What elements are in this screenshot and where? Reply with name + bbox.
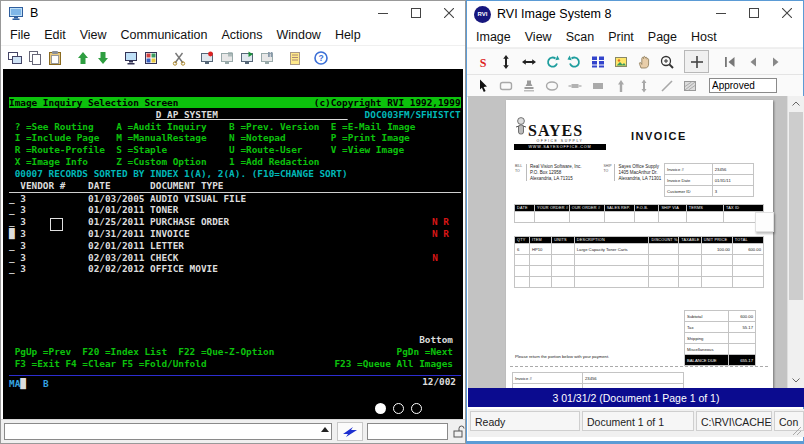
redact-small-icon[interactable] xyxy=(563,76,586,95)
bill-to-address: Real Vision Software, Inc.P.O. Box 12958… xyxy=(530,164,581,181)
menu-item-file[interactable]: File xyxy=(3,26,37,44)
ellipse-icon[interactable] xyxy=(540,76,563,95)
col-header: UNITS xyxy=(552,237,574,244)
table-cell xyxy=(574,255,649,266)
viewer-close-button[interactable] xyxy=(770,1,803,25)
scroll-down-icon[interactable] xyxy=(788,373,804,388)
menu-item-view[interactable]: View xyxy=(73,26,114,44)
terminal-line: _ 3 01/03/2005 AUDIO VISUAL FILE xyxy=(9,193,461,205)
thumbnails-icon[interactable] xyxy=(586,51,609,72)
document-viewport[interactable]: SAYES OFFICE SUPPLY WWW.SAYESOFFICE.COM … xyxy=(468,96,804,388)
invoice-page: SAYES OFFICE SUPPLY WWW.SAYESOFFICE.COM … xyxy=(506,100,773,388)
sticky-note-annotation[interactable] xyxy=(755,212,774,232)
arrow-vertical-icon[interactable] xyxy=(632,76,655,95)
notepad-icon[interactable] xyxy=(285,49,305,67)
scroll-up-icon[interactable] xyxy=(788,96,804,111)
image-tools-icon[interactable] xyxy=(609,51,632,72)
kv-cell: 655.17 xyxy=(729,355,756,366)
pattern-icon[interactable] xyxy=(678,76,701,95)
next-page-icon[interactable] xyxy=(764,51,787,72)
rotate-right-icon[interactable] xyxy=(563,51,586,72)
prev-page-icon[interactable] xyxy=(741,51,764,72)
annotation-icons xyxy=(471,76,701,95)
row-checkbox[interactable] xyxy=(50,218,63,231)
macro-dropdown-icon[interactable] xyxy=(321,427,329,432)
menu-item-host[interactable]: Host xyxy=(684,28,724,46)
terminal-titlebar[interactable]: B xyxy=(1,1,465,25)
menu-item-scan[interactable]: Scan xyxy=(559,28,602,46)
annotation-text-input[interactable] xyxy=(709,78,777,93)
fit-height-icon[interactable] xyxy=(494,51,517,72)
scrollbar-thumb[interactable] xyxy=(789,112,803,300)
menu-item-actions[interactable]: Actions xyxy=(214,26,269,44)
rotate-left-icon[interactable] xyxy=(540,51,563,72)
highlight-rect-icon[interactable] xyxy=(494,76,517,95)
menu-item-help[interactable]: Help xyxy=(328,26,368,44)
col-header: OUR ORDER # xyxy=(569,205,604,212)
display-icon[interactable] xyxy=(121,49,141,67)
menu-item-window[interactable]: Window xyxy=(269,26,327,44)
scan-stop-icon[interactable]: S xyxy=(471,51,494,72)
terminal-text: _ 3 01/03/2005 AUDIO VISUAL FILE xyxy=(9,193,246,204)
terminal-line: PgUp =Prev F20 =Index List F22 =Que-Z-Op… xyxy=(9,346,461,358)
table-cell xyxy=(552,244,574,255)
invoice-title: INVOICE xyxy=(631,130,687,142)
terminal-text: B xyxy=(26,378,49,389)
terminal-text: DOC003FM/SFHISTCT xyxy=(365,109,461,120)
annotate-add-icon[interactable] xyxy=(684,50,709,73)
line-icon[interactable] xyxy=(655,76,678,95)
terminal-line: I =Include Page M =ManualRestage N =Note… xyxy=(9,132,461,144)
cut-icon[interactable] xyxy=(169,49,189,67)
kv-row: Miscellaneous xyxy=(685,344,756,355)
viewer-maximize-button[interactable] xyxy=(737,1,770,25)
terminal-line: R =Route-Profile S =Staple U =Route-User… xyxy=(9,144,461,156)
viewer-titlebar[interactable]: RVI RVI Image System 8 xyxy=(467,1,803,27)
session-pause-icon[interactable] xyxy=(257,49,277,67)
kv-cell: Invoice Date xyxy=(665,175,713,186)
col-header: YOUR ORDER # xyxy=(534,205,569,212)
arrow-up-icon[interactable] xyxy=(609,76,632,95)
fit-width-icon[interactable] xyxy=(517,51,540,72)
file-receive-icon[interactable] xyxy=(93,49,113,67)
col-header: UNIT PRICE xyxy=(701,237,732,244)
unlock-icon xyxy=(452,425,465,439)
file-send-icon[interactable] xyxy=(73,49,93,67)
copy-icon[interactable] xyxy=(25,49,45,67)
window-copy-icon[interactable] xyxy=(5,49,25,67)
select-icon[interactable] xyxy=(471,76,494,95)
session-start-icon[interactable] xyxy=(237,49,257,67)
redact-icon[interactable] xyxy=(586,76,609,95)
viewer-minimize-button[interactable] xyxy=(704,1,737,25)
menu-item-view[interactable]: View xyxy=(518,28,559,46)
menu-item-page[interactable]: Page xyxy=(641,28,684,46)
rvi-app-icon: RVI xyxy=(474,6,491,23)
zoom-in-icon[interactable] xyxy=(655,51,678,72)
terminal-text: ? =See Routing A =Audit Inquiry B =Prev.… xyxy=(9,121,415,132)
close-button[interactable] xyxy=(432,1,465,25)
first-page-icon[interactable] xyxy=(718,51,741,72)
pan-icon[interactable] xyxy=(632,51,655,72)
logo-name: SAYES xyxy=(528,124,583,138)
table-cell xyxy=(732,266,763,277)
session-record-icon[interactable] xyxy=(197,49,217,67)
terminal-screen[interactable]: Image Inquiry Selection Screen (c)Copyri… xyxy=(3,69,463,421)
menu-item-edit[interactable]: Edit xyxy=(37,26,73,44)
resize-grip[interactable] xyxy=(792,422,802,440)
color-map-icon[interactable] xyxy=(141,49,161,67)
maximize-button[interactable] xyxy=(399,1,432,25)
menu-item-print[interactable]: Print xyxy=(601,28,641,46)
menu-item-communication[interactable]: Communication xyxy=(114,26,215,44)
help-icon[interactable]: ? xyxy=(311,49,331,67)
kv-row: Subtotal600.00 xyxy=(685,311,756,322)
status-field xyxy=(367,423,448,440)
stamp-icon[interactable] xyxy=(517,76,540,95)
vertical-scrollbar[interactable] xyxy=(787,96,804,388)
paste-icon[interactable] xyxy=(45,49,65,67)
macro-input[interactable] xyxy=(4,423,332,440)
logo-tagline: OFFICE SUPPLY xyxy=(514,139,606,143)
remittance-table-grid: Invoice #23456Customer ID3 xyxy=(512,372,684,388)
session-stop-icon[interactable] xyxy=(217,49,237,67)
col-header: SALES REP. xyxy=(604,205,634,212)
menu-item-image[interactable]: Image xyxy=(469,28,518,46)
minimize-button[interactable] xyxy=(366,1,399,25)
